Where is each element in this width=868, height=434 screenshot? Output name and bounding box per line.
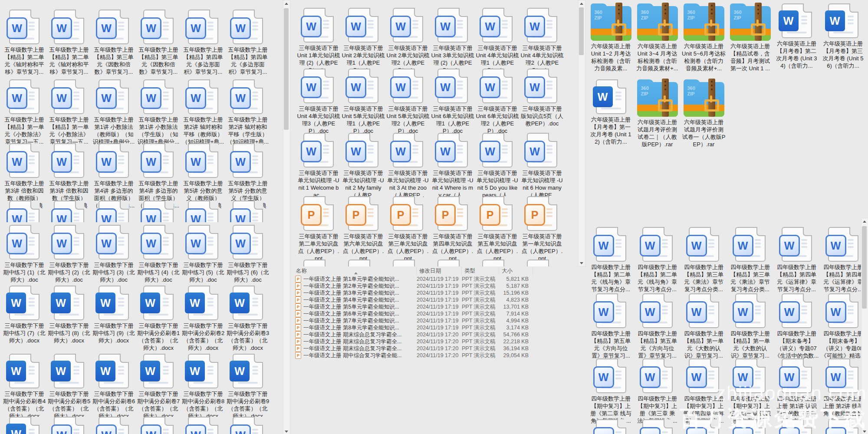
file-tile[interactable]: W三年级英语下册 单元知识梳理 -Unit 1 Welcome bac... [297,133,340,199]
file-tile[interactable]: W四年级数学上册【期中复习】上册《第一章 认识更大的数》复... [728,358,773,425]
file-tile[interactable]: W五年级数学上册【精品】第四单元《多边形面积》章节复习... [181,10,225,76]
file-row[interactable]: P一年级语文上册 期末综合总复习学霸全...2024/11/19 17:20PP… [293,345,535,352]
file-tile[interactable]: W [137,201,180,222]
file-row[interactable]: P一年级语文上册 第6单元学霸全能知识...2024/11/19 17:19PP… [293,310,535,317]
file-tile[interactable]: W [181,201,225,222]
file-tile[interactable]: W三年级数学下册 期中练习 (5)（北师大）.doc [181,225,225,284]
file-tile[interactable]: W四年级数学上册 上册 第2讲 线与角（教师版含解析）-（北... [821,358,865,425]
file-tile[interactable]: W六年级英语上册【月考卷】第二次月考卷 (Unit 34)（含听力... [774,3,819,70]
file-tile[interactable]: W四年级数学上册【期末备考】（讲义）专题07《生活中的负数... [774,293,819,360]
file-row[interactable]: P一年级语文上册 第7单元学霸全能知识...2024/11/19 17:19PP… [293,317,535,324]
file-tile[interactable]: W三年级数学下册 期中练习 (3)（北师大）.doc [92,225,135,284]
column-header-size[interactable]: 大小 [499,267,533,275]
file-tile[interactable]: W三年级数学下册 期中满分必刷卷4（含答案）（北师大）.docx [3,354,46,420]
file-tile[interactable]: W五年级数学上册【精品】第二单元《轴对称和平移》章节复习... [47,10,91,76]
file-row[interactable]: P一年级语文上册 第1单元学霸全能知识...2024/11/19 17:19PP… [293,276,535,283]
column-header-type[interactable]: 类型 [462,267,499,275]
file-tile[interactable]: W四年级数学上册【期中复习】上册《第四章 运算律》复习讲义 ... [681,358,726,425]
file-row[interactable]: P一年级语文上册 期末综合总复习学霸全...2024/11/19 17:20PP… [293,331,535,338]
file-tile[interactable]: W四年级数学上册【精品】第二单元《线与角》章节复习考点分... [635,227,680,293]
file-tile[interactable]: W [821,419,865,434]
file-tile[interactable]: P三年级英语下册 第六单元知识盘点（人教PEP）. ppt [342,196,385,263]
file-tile[interactable]: P三年级英语下册 第二单元知识盘点（人教PEP）. ppt [297,196,340,263]
file-tile[interactable]: W四年级数学上册【精品】第三单元《乘法》章节复习考点分类... [728,227,773,293]
file-tile[interactable]: W四年级数学上册【精品】第四单元《运算律》章节复习考点分... [774,227,819,293]
file-tile[interactable]: W四年级数学上册【精品】第四单元《运算律》章节复习考点分... [821,227,865,293]
file-tile[interactable]: W三年级数学下册 期中满分必刷卷8（含答案）（北师大）.docx [181,354,225,420]
file-tile[interactable]: W [92,417,135,434]
file-tile[interactable]: W四年级数学上册【期中复习】上册《第二章 线与角》复习讲义 ... [589,358,633,425]
file-tile[interactable]: W三年级英语下册 Unit 3单元知识梳理 (2)（人教PEP）.doc [431,8,474,74]
scroll-down-arrow-icon[interactable] [861,428,867,434]
file-tile[interactable]: W三年级英语下册 Unit 1单元知识梳理 (2)（人教PEP）.doc [297,8,340,74]
file-tile[interactable]: W五年级数学上册【精品】第三单元《因数和倍数》章节复习... [137,10,180,76]
file-tile[interactable]: W五年级数学上册【精品】第四单元《多边形面积》章节复习... [226,10,270,76]
file-tile[interactable]: W三年级英语下册 Unit 2单元知识梳理2（人教PEP）.doc [386,8,430,74]
file-tile[interactable]: W [635,419,680,434]
scrollbar-thumb[interactable] [579,7,584,55]
file-tile[interactable]: P [342,260,385,266]
file-tile[interactable]: P [297,260,340,266]
file-tile[interactable]: W [47,417,91,434]
file-row[interactable]: P一年级语文上册 期末综合总复习学霸全...2024/11/19 17:20PP… [293,338,535,345]
file-tile[interactable]: W四年级数学上册 上册 第1讲 认识更大的数（教师版含解析... [774,358,819,425]
file-row[interactable]: P一年级语文上册 第3单元学霸全能知识...2024/11/19 17:19PP… [293,289,535,296]
left-panel-scrollbar[interactable] [283,0,290,434]
file-tile[interactable]: P [520,260,564,266]
file-tile[interactable]: W三年级数学下册 期中满分必刷卷1（含答案）（北师大）.docx [137,286,180,352]
middle-panel-scrollbar[interactable] [578,0,585,266]
file-tile[interactable]: W三年级英语下册 单元知识梳理 -Unit 2 My family（人教P... [342,133,385,199]
file-tile[interactable]: W五年级数学上册 第2讲 轴对称和平移（学生版）（知识梳理+典... [226,79,270,146]
file-tile[interactable]: W三年级数学下册 期中满分必刷卷3（含答案）（北师大）.docx [226,286,270,352]
file-tile[interactable]: W四年级数学上册【精品】第一单元《大数的认识》章节复习... [681,293,726,360]
right-panel-scrollbar[interactable] [861,218,868,434]
file-tile[interactable]: W三年级英语下册 版知识点5页（人教PEP）.doc [520,69,564,128]
file-row[interactable]: P一年级语文上册 期中综合复习学霸全能...2024/11/19 17:20PP… [293,352,535,359]
file-tile[interactable]: 360 ZIP六年级英语上册 试题月考评价测试卷一（人教版PEP）.rar [681,79,726,148]
file-tile[interactable]: W三年级数学下册 期中满分必刷卷9（含答案）（北师大）.docx [226,354,270,420]
file-tile[interactable]: W三年级英语下册 Unit 5单元知识梳理1（人教PEP）.doc [342,69,385,135]
scroll-up-arrow-icon[interactable] [283,0,289,7]
file-tile[interactable]: W五年级数学上册 第4讲 多边形的面积（学生版）（知识梳理+典... [137,143,180,210]
file-tile[interactable]: W四年级数学上册【期中复习】上册《第三章 乘法》复习讲义 ... [635,358,680,425]
file-tile[interactable]: W三年级数学下册 期中满分必刷卷5（含答案）（北师大）.docx [47,354,91,420]
file-tile[interactable]: W三年级英语下册 Unit 4单元知识梳理3（人教PEP）.doc [297,69,340,135]
file-tile[interactable]: W五年级数学上册【精品】第三单元《因数和倍数》章节复习... [92,10,135,76]
file-tile[interactable]: W四年级数学上册【精品】第二单元《线与角》章节复习考点分... [589,227,633,293]
scroll-down-arrow-icon[interactable] [283,428,289,434]
file-tile[interactable]: W [226,201,270,222]
file-tile[interactable]: W [137,417,180,434]
file-tile[interactable]: P [431,260,474,266]
file-tile[interactable]: 360 ZIP六年级英语上册 Unit 1~2 月考达标检测卷（含听力音频及素.… [589,3,633,72]
file-tile[interactable]: W三年级数学下册 期中满分必刷卷2（含答案）（北师大）.docx [181,286,225,352]
file-tile[interactable]: W三年级数学下册 期中练习 (7)（北师大）.docx [3,286,46,345]
file-tile[interactable]: W三年级数学下册 期中练习 (1)（北师大）.doc [3,225,46,284]
scroll-up-arrow-icon[interactable] [861,218,867,224]
file-tile[interactable]: W [3,201,46,222]
file-tile[interactable]: P三年级英语下册 第一单元知识盘点（人教PEP）. ppt [520,196,564,263]
file-tile[interactable]: W四年级数学上册【精品】第一单元《大数的认识》章节复习... [728,293,773,360]
file-tile[interactable]: 360 ZIP六年级英语上册 试题月考评价测试卷二｜（人教版PEP）.rar [635,79,680,148]
file-tile[interactable]: W三年级英语下册 单元知识梳理 -Unit 3 At the zoo（人教PEP… [386,133,430,199]
file-tile[interactable]: W五年级数学上册【精品】第一单元《小数除法》章节复习—五... [47,79,91,146]
file-tile[interactable]: W三年级英语下册 Unit 5单元知识梳理2（人教PEP）.doc [386,69,430,135]
file-tile[interactable]: W [92,201,135,222]
file-tile[interactable]: 360 ZIP六年级英语上册【精品试卷，含音频】月考测试 第一次 Unit 1 … [728,3,773,72]
file-tile[interactable]: W [681,419,726,434]
scroll-down-arrow-icon[interactable] [579,260,584,266]
file-tile[interactable]: W三年级数学下册 期中练习 (8)（北师大）.docx [47,286,91,345]
file-tile[interactable]: W [3,417,46,434]
file-tile[interactable]: W五年级数学上册【精品】第二单元《轴对称和平移》章节复习... [3,10,46,76]
file-tile[interactable]: W [226,417,270,434]
file-tile[interactable]: W三年级英语下册 Unit 6单元知识梳理1（人教PEP）.doc [431,69,474,135]
file-tile[interactable]: W三年级英语下册 Unit 2单元知识梳理1（人教PEP）.doc [342,8,385,74]
file-tile[interactable]: W六年级英语上册【月考卷】第三次月考卷 (Unit 56)（含听力... [821,3,865,70]
file-tile[interactable]: W五年级数学上册 第1讲 小数除法（教师版）（知识梳理+典例分... [92,79,135,146]
file-row[interactable]: P一年级语文上册 第8单元学霸全能知识...2024/11/19 17:19PP… [293,324,535,331]
file-row[interactable]: P一年级语文上册 第2单元学霸全能知识...2024/11/19 17:19PP… [293,283,535,289]
file-tile[interactable]: W [181,417,225,434]
sort-ascending-icon[interactable] [354,266,358,272]
file-tile[interactable]: P [476,260,519,266]
file-row[interactable]: P一年级语文上册 第4单元学霸全能知识...2024/11/19 17:19PP… [293,296,535,303]
file-tile[interactable]: W三年级数学下册 期中练习 (9)（北师大）.docx [92,286,135,345]
